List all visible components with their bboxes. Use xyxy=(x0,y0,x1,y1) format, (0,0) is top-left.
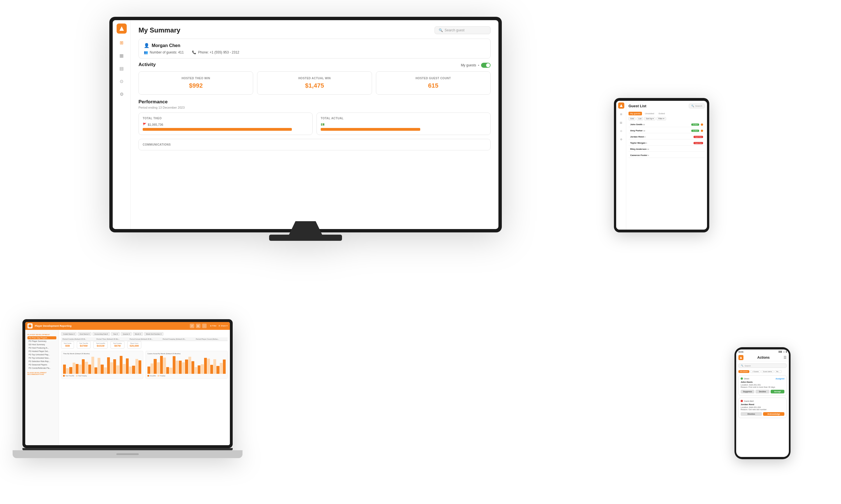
phone-chip-all-actions[interactable]: All actions xyxy=(738,370,749,373)
filter-chip-6[interactable]: Week End Number ▾ xyxy=(144,332,164,336)
grid-button[interactable]: ⊞ xyxy=(196,324,201,328)
tablet-guest-row-0[interactable]: John Smith 12 Junket xyxy=(629,122,705,127)
accept-button[interactable]: Accept xyxy=(771,390,784,393)
phone-topbar: Actions ☰ xyxy=(736,354,789,361)
summary-label-2: Total Actup/Mo xyxy=(96,342,105,344)
table-header-2[interactable]: Period Actual (Default 25 M... xyxy=(128,337,161,341)
tablet-guest-row-3[interactable]: Taylor Morgan 5 Card Out xyxy=(629,141,705,146)
tablet-main: Guest List 🔍 Search My guests Unvisited … xyxy=(626,101,707,230)
more-button[interactable]: ⋯ xyxy=(202,324,207,328)
tablet-tab-exited[interactable]: Exited xyxy=(657,112,666,115)
phone-alert-location-0: Location: AAA-001-001 xyxy=(741,384,784,386)
laptop-nav-item-5[interactable]: PD Top Unhosted Play... xyxy=(28,353,56,356)
sidebar-icon-settings[interactable]: ⚙ xyxy=(118,90,125,98)
tablet-filter-grid[interactable]: Grid xyxy=(629,117,636,121)
laptop-nav-item-7[interactable]: PD Selection Risk-Rep... xyxy=(28,360,56,363)
laptop-nav-item-3[interactable]: PD Host Producing N... xyxy=(28,346,56,349)
laptop-topbar-right: ↺ ⊞ ⋯ ⊕ Filter ⬇ Share ▾ xyxy=(190,324,228,328)
laptop-nav-item-8[interactable]: PD Seasonal Players xyxy=(28,363,56,366)
phone-search-icon: 🔍 xyxy=(741,364,743,367)
laptop-nav-item-1[interactable]: PD Player Summary xyxy=(28,340,56,343)
tablet-guest-badge-0: Junket xyxy=(691,124,699,126)
laptop-device: Player Development Reporting ↺ ⊞ ⋯ ⊕ Fil… xyxy=(22,319,233,465)
svg-marker-0 xyxy=(119,26,124,31)
tablet-sidebar-person-icon[interactable]: ⊙ xyxy=(618,128,624,134)
tablet-tabs: My guests Unvisited Exited xyxy=(629,112,705,115)
tablet-sidebar-settings-icon[interactable]: ⚙ xyxy=(618,137,624,142)
laptop-app-title: Player Development Reporting xyxy=(35,325,71,327)
phone-alert-reason-1: Reason: Got new slot number xyxy=(741,409,784,411)
dismiss-button[interactable]: Dismiss xyxy=(741,412,762,416)
phone-alert-buttons-0: Suppress Decline Accept xyxy=(741,390,784,393)
tablet-tab-unvisited[interactable]: Unvisited xyxy=(643,112,656,115)
tablet-guest-row-1[interactable]: Amy Parker 12 Junket xyxy=(629,128,705,133)
laptop-summary-card-1: Total Theo/Mo $476M xyxy=(77,341,91,348)
laptop-nav-item-9[interactable]: PD Comls/Referrals Pla... xyxy=(28,366,56,370)
tablet-logo[interactable] xyxy=(618,103,624,109)
sidebar-icon-table[interactable]: ▤ xyxy=(118,65,125,72)
tablet-guest-row-2[interactable]: Jordan Reed 8 Card Out xyxy=(629,134,705,140)
monitor-search-bar[interactable]: 🔍 Search guest xyxy=(434,26,491,34)
phone-logo[interactable] xyxy=(738,355,743,360)
laptop-nav-item-2[interactable]: DD Host Summary xyxy=(28,343,56,346)
legend-dot-light xyxy=(76,375,78,377)
sidebar-icon-chart[interactable]: ▦ xyxy=(118,52,125,59)
filter-chip-1[interactable]: Host Name ▾ xyxy=(78,332,91,336)
acknowledge-button[interactable]: Acknowledge xyxy=(763,412,784,416)
phone-page-title: Actions xyxy=(757,356,770,360)
tablet-sidebar-chart-icon[interactable]: ▤ xyxy=(618,120,624,125)
table-header-0[interactable]: Period Combs (Default 25 M... xyxy=(61,337,95,341)
toggle-dot: ● xyxy=(478,64,479,67)
summary-label-1: Total Theo/Mo xyxy=(79,342,88,344)
tablet-tab-my-guests[interactable]: My guests xyxy=(629,112,642,115)
phone-chip-guests[interactable]: + Guests xyxy=(750,370,760,373)
filter-chip-4[interactable]: Quarter ▾ xyxy=(121,332,132,336)
table-header-4[interactable]: Period Player Count (Defau... xyxy=(194,337,228,341)
sidebar-icon-grid[interactable]: ⊞ xyxy=(118,39,125,47)
communications-card: COMMUNICATIONS xyxy=(138,139,491,150)
sidebar-logo[interactable] xyxy=(117,23,127,34)
tablet-sidebar-home-icon[interactable]: ⊞ xyxy=(618,111,624,117)
activity-theo-win-value: $992 xyxy=(144,82,248,89)
svg-marker-2 xyxy=(740,357,742,359)
perf-total-actual-label: TOTAL ACTUAL xyxy=(321,117,486,120)
tablet-guest-dot-1 xyxy=(701,130,703,132)
monitor-screen: ⊞ ▦ ▤ ⊙ ⚙ My Summary 🔍 Search guest xyxy=(113,20,498,229)
tablet-filter-list[interactable]: List xyxy=(637,117,643,121)
table-header-1[interactable]: Period Theo (Default 25 Mo... xyxy=(95,337,128,341)
filter-chip-5[interactable]: Month ▾ xyxy=(133,332,143,336)
phone-menu-icon[interactable]: ☰ xyxy=(784,356,787,360)
monitor-header: My Summary 🔍 Search guest xyxy=(138,26,491,34)
tablet-search[interactable]: 🔍 Search xyxy=(689,104,705,108)
decline-button[interactable]: Decline xyxy=(755,390,769,393)
filter-chip-0[interactable]: Coded Status ▾ xyxy=(61,332,76,336)
activity-toggle[interactable] xyxy=(481,63,491,68)
sidebar-icon-person[interactable]: ⊙ xyxy=(118,77,125,85)
phone-search-bar[interactable]: 🔍 Search xyxy=(738,363,787,368)
tablet-guest-row-5[interactable]: Cameron Foster 4 xyxy=(629,153,705,158)
phone-chip-more[interactable]: Re... xyxy=(775,370,782,373)
perf-period: Period ending 13 December 2023 xyxy=(138,106,491,109)
phone-alert-type-1: Guest Alert xyxy=(744,400,754,402)
laptop-nav-item-6[interactable]: PD Top Unhosted New... xyxy=(28,357,56,360)
phone-chip-guest-alerts[interactable]: Guest alerts xyxy=(761,370,774,373)
laptop-app: Player Development Reporting ↺ ⊞ ⋯ ⊕ Fil… xyxy=(25,322,230,445)
monitor-main-content: My Summary 🔍 Search guest 👤 Morgan Chen xyxy=(131,20,498,229)
monitor-phone: 📞 Phone: +1 (555) 953 - 2312 xyxy=(192,50,239,54)
filter-chip-2[interactable]: Accounting Date ▾ xyxy=(92,332,110,336)
tablet-filter-filter[interactable]: Filter ▾ xyxy=(656,117,666,121)
phone-screen: 11:11 ▌▌▌ ≋ ▐ Actions ☰ xyxy=(736,349,789,457)
phone-alert-buttons-1: Dismiss Acknowledge xyxy=(741,412,784,416)
summary-value-3: $67M xyxy=(113,344,122,347)
suppress-button[interactable]: Suppress xyxy=(741,390,754,393)
laptop-nav-item-4[interactable]: PD Hosted Player Det... xyxy=(28,350,56,353)
tablet-filter-sort[interactable]: Sort by ▾ xyxy=(644,117,655,121)
laptop-nav-item-0[interactable]: PD Prior Day Propert... xyxy=(28,336,56,339)
tablet-guest-name-5: Cameron Foster 4 xyxy=(630,154,703,157)
phone-alert-dot-1 xyxy=(741,400,743,402)
refresh-button[interactable]: ↺ xyxy=(190,324,194,328)
tablet-guest-row-4[interactable]: Riley Anderson 12 xyxy=(629,147,705,152)
filter-chip-3[interactable]: Year ▾ xyxy=(111,332,120,336)
laptop-screen: Player Development Reporting ↺ ⊞ ⋯ ⊕ Fil… xyxy=(25,322,230,445)
table-header-3[interactable]: Period Freeplay (Default 25... xyxy=(161,337,194,341)
